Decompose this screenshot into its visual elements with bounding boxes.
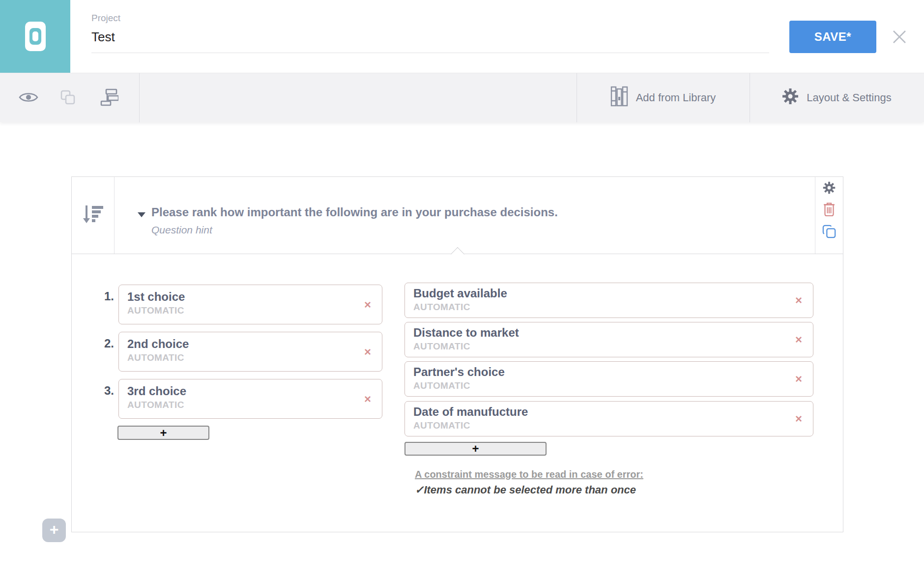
preview-button[interactable] (17, 73, 40, 122)
builder-toolbar: Add from Library (0, 73, 924, 122)
app-logo-icon (25, 22, 46, 51)
item-box-1[interactable]: Budget available AUTOMATIC × (404, 283, 813, 318)
gear-icon (823, 188, 836, 196)
flowchart-icon (100, 88, 118, 108)
item-box-2[interactable]: Distance to market AUTOMATIC × (404, 322, 813, 357)
choice-box-3[interactable]: 3rd choice AUTOMATIC × (118, 379, 382, 419)
close-icon (891, 29, 908, 47)
choice-automatic-tag: AUTOMATIC (127, 400, 352, 410)
ranking-drag-handle[interactable] (72, 177, 115, 254)
layout-settings-label: Layout & Settings (807, 91, 891, 104)
choice-box-2[interactable]: 2nd choice AUTOMATIC × (118, 332, 382, 372)
item-automatic-tag: AUTOMATIC (413, 302, 783, 313)
question-card-header: Please rank how important the following … (72, 177, 843, 254)
item-label: Budget available (413, 287, 783, 300)
save-button[interactable]: SAVE* (789, 21, 876, 53)
constraint-message[interactable]: ✓Items cannot be selected more than once (415, 484, 636, 496)
question-delete-button[interactable] (823, 202, 836, 217)
question-actions (815, 177, 843, 254)
choice-label: 3rd choice (127, 384, 352, 398)
library-icon (610, 86, 628, 110)
remove-choice-button[interactable]: × (364, 346, 371, 358)
remove-item-button[interactable]: × (795, 373, 802, 385)
question-title[interactable]: Please rank how important the following … (151, 205, 558, 219)
app-logo (0, 0, 70, 73)
choice-automatic-tag: AUTOMATIC (127, 352, 352, 363)
add-from-library-label: Add from Library (636, 91, 716, 104)
choice-number: 2. (87, 337, 114, 350)
choice-number: 3. (87, 384, 114, 398)
collapse-caret-icon[interactable] (138, 212, 145, 217)
question-hint[interactable]: Question hint (151, 224, 558, 236)
remove-item-button[interactable]: × (795, 334, 802, 346)
gear-icon (782, 88, 799, 108)
add-item-button[interactable]: + (404, 442, 547, 456)
close-button[interactable] (890, 28, 909, 47)
remove-choice-button[interactable]: × (364, 299, 371, 311)
choice-number: 1. (87, 289, 114, 303)
add-from-library-button[interactable]: Add from Library (577, 73, 750, 122)
remove-choice-button[interactable]: × (364, 393, 371, 405)
choice-box-1[interactable]: 1st choice AUTOMATIC × (118, 285, 382, 324)
item-box-3[interactable]: Partner's choice AUTOMATIC × (404, 361, 813, 397)
duplicate-icon (60, 89, 76, 107)
sort-ranking-icon (81, 203, 105, 228)
choice-label: 2nd choice (127, 337, 352, 351)
item-label: Distance to market (413, 326, 783, 340)
project-label: Project (91, 13, 120, 24)
choice-label: 1st choice (127, 290, 352, 304)
trash-icon (823, 211, 836, 218)
item-box-4[interactable]: Date of manufucture AUTOMATIC × (404, 401, 813, 436)
remove-item-button[interactable]: × (795, 294, 802, 306)
item-label: Partner's choice (413, 365, 783, 379)
item-automatic-tag: AUTOMATIC (413, 420, 783, 431)
item-label: Date of manufucture (413, 405, 783, 419)
question-text-block: Please rank how important the following … (151, 205, 558, 236)
eye-icon (18, 90, 39, 106)
constraint-heading: A constraint message to be read in case … (415, 469, 643, 480)
project-name-input[interactable] (91, 29, 769, 53)
layout-settings-button[interactable]: Layout & Settings (750, 73, 924, 122)
question-copy-button[interactable] (822, 225, 836, 238)
duplicate-page-button[interactable] (57, 73, 79, 122)
add-choice-button[interactable]: + (117, 426, 209, 440)
question-settings-button[interactable] (823, 181, 836, 194)
survey-builder-page: Project SAVE* (0, 0, 924, 578)
toolbar-divider (139, 73, 140, 122)
question-header-content: Please rank how important the following … (115, 177, 815, 254)
item-automatic-tag: AUTOMATIC (413, 380, 783, 391)
remove-item-button[interactable]: × (795, 413, 802, 425)
app-header: Project SAVE* (0, 0, 924, 73)
copy-icon (822, 232, 836, 240)
question-card: Please rank how important the following … (71, 176, 843, 532)
add-question-button[interactable]: + (42, 519, 66, 542)
item-automatic-tag: AUTOMATIC (413, 341, 783, 352)
choice-automatic-tag: AUTOMATIC (127, 305, 352, 316)
logic-map-button[interactable] (97, 73, 121, 122)
